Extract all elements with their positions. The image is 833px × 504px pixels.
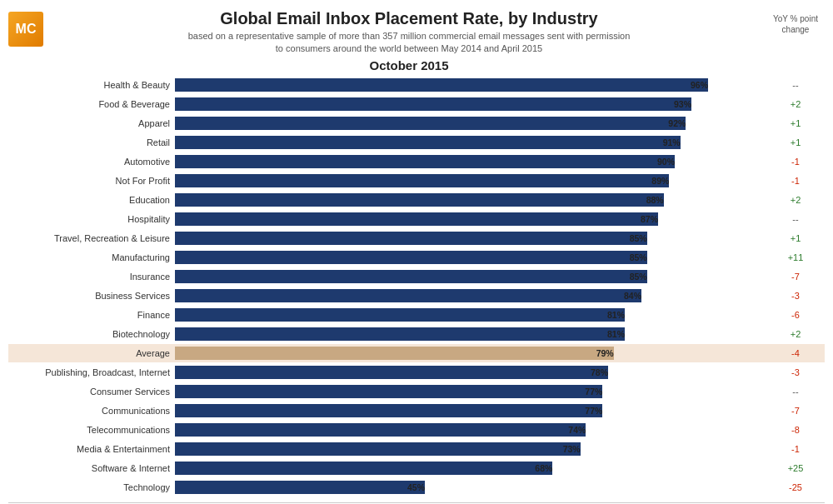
bar-area: 74% xyxy=(175,423,766,437)
bar-area: 93% xyxy=(175,97,766,111)
row-label: Health & Beauty xyxy=(8,80,175,90)
yoy-value: +1 xyxy=(766,118,825,128)
yoy-value: -6 xyxy=(766,310,825,320)
header-area: MC Global Email Inbox Placement Rate, by… xyxy=(8,8,825,72)
bar-row: Automotive90%-1 xyxy=(8,152,825,171)
row-label: Technology xyxy=(8,482,175,492)
bar: 81% xyxy=(175,308,625,322)
bar-value: 87% xyxy=(641,214,658,224)
row-label: Biotechnology xyxy=(8,329,175,339)
bar-row: Apparel92%+1 xyxy=(8,114,825,132)
bar: 92% xyxy=(175,117,686,130)
bar: 68% xyxy=(175,462,552,475)
bar: 79% xyxy=(175,347,614,360)
bar-area: 78% xyxy=(175,366,766,379)
bar-value: 84% xyxy=(624,291,641,301)
title-block: Global Email Inbox Placement Rate, by In… xyxy=(52,8,766,72)
bar-value: 88% xyxy=(646,195,664,205)
bar: 77% xyxy=(175,404,602,417)
bar-row: Food & Beverage93%+2 xyxy=(8,95,825,113)
bar-row: Communications77%-7 xyxy=(8,402,825,420)
row-label: Finance xyxy=(8,310,175,320)
row-label: Insurance xyxy=(8,272,175,282)
yoy-value: -25 xyxy=(766,482,825,492)
row-label: Business Services xyxy=(8,291,175,301)
mc-logo: MC xyxy=(8,12,43,47)
bar-value: 77% xyxy=(585,406,602,416)
bar: 96% xyxy=(175,78,708,92)
yoy-value: -4 xyxy=(766,348,825,358)
bar: 78% xyxy=(175,366,608,379)
row-label: Telecommunications xyxy=(8,425,175,435)
bar-row: Technology45%-25 xyxy=(8,478,825,497)
chart-title: Global Email Inbox Placement Rate, by In… xyxy=(52,8,766,28)
bar-row: Education88%+2 xyxy=(8,191,825,209)
row-label: Not For Profit xyxy=(8,176,175,186)
bar-area: 88% xyxy=(175,193,766,207)
bar-value: 77% xyxy=(585,387,602,397)
bar-value: 91% xyxy=(663,137,681,147)
bar-value: 81% xyxy=(607,329,625,339)
row-label: Average xyxy=(8,348,175,358)
bar: 91% xyxy=(175,136,681,149)
bar-value: 73% xyxy=(563,444,581,454)
yoy-value: -3 xyxy=(766,367,825,377)
yoy-value: -1 xyxy=(766,176,825,186)
bar-value: 93% xyxy=(674,99,691,109)
bar-value: 68% xyxy=(535,463,552,473)
bar-value: 92% xyxy=(668,118,686,128)
yoy-value: -7 xyxy=(766,272,825,282)
yoy-value: -- xyxy=(766,387,825,397)
bar: 77% xyxy=(175,385,602,398)
row-label: Media & Entertainment xyxy=(8,444,175,454)
bar-row: Business Services84%-3 xyxy=(8,287,825,305)
bar-row: Hospitality87%-- xyxy=(8,210,825,228)
yoy-value: +1 xyxy=(766,233,825,243)
bar: 93% xyxy=(175,97,691,111)
yoy-value: -1 xyxy=(766,444,825,454)
bar: 74% xyxy=(175,423,586,437)
yoy-header: YoY % pointchange xyxy=(766,8,825,35)
bar-value: 90% xyxy=(657,157,675,167)
bar-area: 85% xyxy=(175,251,766,264)
bar-row: Insurance85%-7 xyxy=(8,267,825,286)
bar-area: 68% xyxy=(175,462,766,475)
bar-value: 85% xyxy=(630,233,647,243)
bar-row: Retail91%+1 xyxy=(8,133,825,152)
bar-area: 85% xyxy=(175,232,766,245)
bar-row: Telecommunications74%-8 xyxy=(8,421,825,439)
yoy-value: -- xyxy=(766,80,825,90)
bar-row: Publishing, Broadcast, Internet78%-3 xyxy=(8,363,825,382)
yoy-value: +2 xyxy=(766,195,825,205)
bar-area: 96% xyxy=(175,78,766,92)
bar-area: 89% xyxy=(175,174,766,187)
bar: 88% xyxy=(175,193,664,207)
bar-value: 85% xyxy=(630,272,647,282)
bar-area: 84% xyxy=(175,289,766,302)
bar-value: 45% xyxy=(407,482,425,492)
bar: 81% xyxy=(175,327,625,341)
chart-container: MC Global Email Inbox Placement Rate, by… xyxy=(0,0,833,504)
bar-area: 77% xyxy=(175,385,766,398)
bar-row: Manufacturing85%+11 xyxy=(8,248,825,267)
yoy-value: +11 xyxy=(766,252,825,262)
bar-area: 77% xyxy=(175,404,766,417)
bar-row: Health & Beauty96%-- xyxy=(8,76,825,94)
bar-row: Software & Internet68%+25 xyxy=(8,459,825,477)
row-label: Travel, Recreation & Leisure xyxy=(8,233,175,243)
bar: 85% xyxy=(175,251,647,264)
chart-body: Health & Beauty96%--Food & Beverage93%+2… xyxy=(8,76,825,497)
row-label: Apparel xyxy=(8,118,175,128)
bar-area: 92% xyxy=(175,117,766,130)
chart-period: October 2015 xyxy=(52,58,766,72)
bar: 85% xyxy=(175,270,647,283)
bar: 73% xyxy=(175,442,581,456)
bar-row: Media & Entertainment73%-1 xyxy=(8,440,825,458)
bar-area: 81% xyxy=(175,308,766,322)
yoy-value: +2 xyxy=(766,329,825,339)
row-label: Publishing, Broadcast, Internet xyxy=(8,367,175,377)
bar-area: 45% xyxy=(175,481,766,494)
row-label: Education xyxy=(8,195,175,205)
bar-value: 89% xyxy=(651,176,669,186)
row-label: Communications xyxy=(8,406,175,416)
